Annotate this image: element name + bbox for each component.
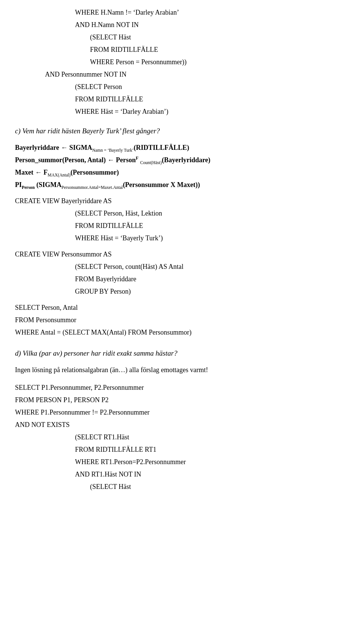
formula-line2-post: (Bayerlyriddare)	[162, 155, 210, 165]
formula-line3-pre: Maxet ← FMAX(Antal)	[15, 167, 70, 178]
create-view1-line2: (SELECT Person, Häst, Lektion	[75, 208, 345, 219]
final-select-line9: (SELECT Häst	[90, 482, 345, 492]
formula-line4-post: (Personsummor X Maxet))	[123, 180, 200, 190]
question-c-text: c) Vem har ridit hästen Bayerly Turk’ fl…	[15, 126, 345, 137]
block1-line7: (SELECT Person	[75, 82, 345, 92]
block1-line6: AND Personnummer NOT IN	[45, 69, 345, 80]
formula-line1-post: (RIDTILLFÄLLE)	[134, 143, 189, 153]
formula-line3-sub: MAX(Antal)	[48, 172, 70, 177]
select-line2: FROM Personsummor	[15, 315, 345, 325]
page-content: WHERE H.Namn != ‘Darley Arabian’ AND H.N…	[15, 8, 345, 492]
create-view2-line2: (SELECT Person, count(Häst) AS Antal	[75, 262, 345, 272]
create-view2-line1: CREATE VIEW Personsummor AS	[15, 249, 345, 259]
final-select-line2: FROM PERSON P1, PERSON P2	[15, 395, 345, 405]
create-view2-section: CREATE VIEW Personsummor AS (SELECT Pers…	[15, 249, 345, 297]
formula-line4-pre: PIPerson (SIGMAPersonsummor.Antal=Maxet.…	[15, 180, 123, 191]
ingen-losning-text: Ingen lösning på relationsalgabran (än…)…	[15, 365, 345, 375]
block1-line3: (SELECT Häst	[90, 32, 345, 42]
create-view1-line1: CREATE VIEW Bayerlyriddare AS	[15, 196, 345, 206]
final-select-line4: AND NOT EXISTS	[15, 420, 345, 430]
block1-line8: FROM RIDTILLFÄLLE	[75, 94, 345, 104]
formula-line2-sub: Count(Häst)	[140, 160, 162, 165]
final-select-line8: AND RT1.Häst NOT IN	[75, 469, 345, 480]
final-select-section: SELECT P1.Personnummer, P2.Personnummer …	[15, 383, 345, 492]
select-line1: SELECT Person, Antal	[15, 303, 345, 313]
final-select-line3: WHERE P1.Personnummer != P2.Personnummer	[15, 407, 345, 418]
final-select-line7: WHERE RT1.Person=P2.Personnummer	[75, 457, 345, 467]
block1-line1: WHERE H.Namn != ‘Darley Arabian’	[75, 8, 345, 18]
block1-line5: WHERE Person = Personnummer))	[90, 57, 345, 67]
formula-section: Bayerlyriddare ← SIGMANamn = ‘Bayerly Tu…	[15, 143, 345, 191]
formula-line2-pre: Person_summor(Person, Antal) ← PersonF C…	[15, 155, 162, 166]
create-view1-line4: WHERE Häst = ‘Bayerly Turk’)	[75, 233, 345, 243]
block1-line2: AND H.Namn NOT IN	[75, 20, 345, 30]
ingen-losning-section: Ingen lösning på relationsalgabran (än…)…	[15, 365, 345, 375]
final-select-line1: SELECT P1.Personnummer, P2.Personnummer	[15, 383, 345, 393]
formula-line4-sub2: Personsummor.Antal=Maxet.Antal	[62, 185, 123, 190]
create-view2-line3: FROM Bayerlyriddare	[75, 274, 345, 284]
select-line3: WHERE Antal = (SELECT MAX(Antal) FROM Pe…	[15, 327, 345, 338]
formula-line1-sub: Namn = ‘Bayerly Turk’	[92, 148, 134, 152]
formula-line3: Maxet ← FMAX(Antal) (Personsummor)	[15, 167, 345, 178]
question-c-section: c) Vem har ridit hästen Bayerly Turk’ fl…	[15, 126, 345, 137]
formula-line2: Person_summor(Person, Antal) ← PersonF C…	[15, 155, 345, 166]
block1-section: WHERE H.Namn != ‘Darley Arabian’ AND H.N…	[15, 8, 345, 117]
formula-line3-post: (Personsummor)	[70, 167, 119, 178]
create-view2-line4: GROUP BY Person)	[75, 287, 345, 297]
select-block-section: SELECT Person, Antal FROM Personsummor W…	[15, 303, 345, 338]
final-select-line6: FROM RIDTILLFÄLLE RT1	[75, 445, 345, 455]
formula-line4: PIPerson (SIGMAPersonsummor.Antal=Maxet.…	[15, 180, 345, 191]
block1-line9: WHERE Häst = ‘Darley Arabian’)	[75, 107, 345, 117]
formula-line1: Bayerlyriddare ← SIGMANamn = ‘Bayerly Tu…	[15, 143, 345, 154]
block1-line4: FROM RIDTILLFÄLLE	[90, 45, 345, 55]
final-select-line5: (SELECT RT1.Häst	[75, 432, 345, 442]
create-view1-section: CREATE VIEW Bayerlyriddare AS (SELECT Pe…	[15, 196, 345, 243]
create-view1-line3: FROM RIDTILLFÄLLE	[75, 221, 345, 231]
question-d-section: d) Vilka (par av) personer har ridit exa…	[15, 348, 345, 359]
question-d-text: d) Vilka (par av) personer har ridit exa…	[15, 348, 345, 359]
formula-line1-pre: Bayerlyriddare ← SIGMANamn = ‘Bayerly Tu…	[15, 143, 134, 154]
